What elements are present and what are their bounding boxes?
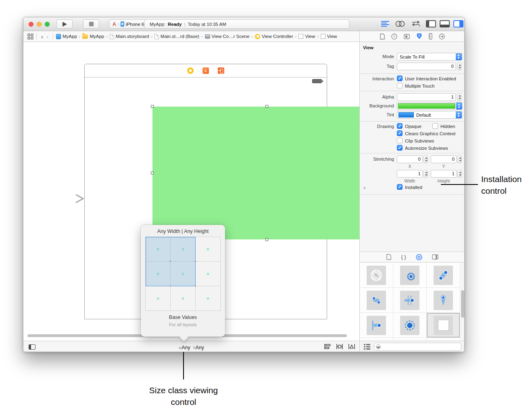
attributes-inspector-tab[interactable] — [416, 33, 422, 40]
background-color-well[interactable] — [397, 102, 462, 110]
resize-handle-top-center[interactable] — [265, 105, 268, 108]
installed-checkbox[interactable]: ✓ — [397, 184, 403, 190]
library-filter-field[interactable] — [374, 343, 461, 351]
close-window-button[interactable] — [29, 22, 33, 27]
stretch-x-stepper[interactable] — [424, 155, 428, 163]
library-item[interactable] — [360, 263, 393, 288]
media-library-tab[interactable] — [432, 254, 438, 260]
size-class-cell[interactable] — [145, 286, 171, 311]
stretch-height-stepper[interactable] — [457, 170, 462, 178]
library-item[interactable] — [360, 288, 393, 313]
selected-green-view[interactable] — [152, 107, 382, 239]
opaque-checkbox[interactable]: ✓ — [397, 123, 403, 129]
run-button[interactable] — [56, 19, 73, 29]
add-variation-button[interactable]: + — [363, 185, 366, 191]
clears-graphics-context-checkbox[interactable]: ✓ — [397, 130, 403, 136]
breadcrumb-subview[interactable]: View — [321, 34, 337, 39]
size-inspector-tab[interactable] — [429, 33, 432, 40]
size-class-cell[interactable] — [170, 237, 196, 262]
toggle-utilities-button[interactable] — [453, 20, 463, 27]
tag-stepper[interactable] — [457, 63, 461, 70]
library-item[interactable] — [393, 338, 427, 341]
multiple-touch-checkbox[interactable]: ✓ — [397, 83, 403, 88]
resize-handle-top-left[interactable] — [151, 105, 154, 108]
alpha-field[interactable]: 1 — [397, 93, 456, 101]
height-axis-label: Height — [431, 178, 457, 183]
mode-popup[interactable]: Scale To Fill — [397, 53, 462, 61]
breadcrumb-view-controller[interactable]: View Controller — [255, 34, 293, 39]
quick-help-tab[interactable]: ? — [391, 34, 397, 40]
library-scrollbar[interactable] — [461, 290, 464, 318]
resize-handle-middle-left[interactable] — [151, 172, 154, 174]
identity-inspector-tab[interactable] — [404, 34, 410, 40]
tag-field[interactable]: 0 — [397, 63, 456, 70]
list-view-toggle-icon[interactable] — [364, 344, 370, 350]
forward-button[interactable]: › — [45, 34, 50, 40]
related-items-icon[interactable] — [27, 34, 33, 40]
stretch-width-field[interactable]: 1 — [397, 170, 423, 178]
stretch-width-stepper[interactable] — [424, 170, 428, 178]
library-item[interactable] — [360, 338, 393, 341]
size-class-cell[interactable] — [170, 261, 196, 286]
library-item[interactable] — [427, 338, 460, 341]
library-item-view-selected[interactable] — [427, 313, 460, 338]
breadcrumb-project[interactable]: MyApp — [56, 34, 77, 39]
minimize-window-button[interactable] — [37, 22, 42, 27]
checkmark-icon: ✓ — [398, 76, 401, 81]
size-class-cell[interactable] — [195, 261, 221, 286]
code-snippet-library-tab[interactable]: { } — [401, 254, 406, 260]
connections-inspector-tab[interactable] — [439, 34, 445, 40]
stop-button[interactable] — [83, 19, 99, 29]
separator — [360, 194, 465, 195]
first-responder-icon[interactable]: 1 — [202, 67, 209, 74]
background-popup-arrows-icon[interactable] — [456, 103, 462, 109]
autoresize-subviews-checkbox[interactable]: ✓ — [397, 145, 403, 151]
stretch-y-stepper[interactable] — [457, 155, 462, 163]
stretch-height-field[interactable]: 1 — [431, 170, 457, 178]
user-interaction-checkbox[interactable]: ✓ — [397, 75, 403, 81]
size-class-cell[interactable] — [145, 261, 171, 286]
library-item[interactable] — [393, 263, 427, 288]
resize-handle-bottom-center[interactable] — [265, 238, 268, 241]
toggle-navigator-button[interactable] — [426, 20, 436, 27]
object-library-tab[interactable] — [416, 254, 422, 260]
view-controller-dock-icon[interactable] — [187, 67, 194, 74]
breadcrumb-scene[interactable]: View Co…r Scene — [205, 34, 250, 39]
library-item[interactable] — [393, 313, 427, 338]
tint-popup[interactable]: Default — [397, 111, 462, 119]
zoom-window-button[interactable] — [45, 22, 50, 27]
size-class-cell[interactable] — [195, 237, 221, 262]
stretch-x-field[interactable]: 0 — [397, 155, 423, 163]
standard-editor-button[interactable] — [381, 21, 390, 27]
file-template-library-tab[interactable] — [386, 254, 391, 260]
resolve-issues-button[interactable] — [348, 344, 355, 350]
breadcrumb-group[interactable]: MyApp — [82, 34, 104, 39]
exit-segue-icon[interactable] — [218, 67, 224, 74]
version-editor-button[interactable] — [411, 20, 421, 27]
stretch-y-field[interactable]: 0 — [431, 155, 457, 163]
assistant-editor-button[interactable] — [395, 21, 405, 27]
stack-button[interactable] — [324, 344, 331, 350]
library-filter-bar — [360, 341, 465, 352]
breadcrumb-view[interactable]: View — [298, 34, 315, 39]
library-item[interactable] — [427, 263, 460, 288]
hidden-checkbox-label: Hidden — [440, 124, 455, 129]
pin-button[interactable] — [336, 344, 343, 350]
library-item[interactable] — [393, 288, 427, 313]
size-class-viewing-control[interactable]: wAnyhAny — [23, 344, 359, 351]
size-class-cell[interactable] — [170, 286, 196, 311]
toggle-debug-area-button[interactable] — [440, 20, 450, 27]
file-inspector-tab[interactable] — [380, 34, 385, 40]
back-button[interactable]: ‹ — [40, 34, 45, 40]
breadcrumb-storyboard-base[interactable]: Main.st…rd (Base) — [154, 34, 199, 39]
library-item[interactable] — [427, 288, 460, 313]
hidden-checkbox[interactable]: ✓ — [432, 123, 438, 129]
size-class-grid[interactable]: + + + + — [146, 237, 221, 311]
breadcrumb-storyboard[interactable]: Main.storyboard — [110, 34, 149, 39]
size-class-cell[interactable] — [145, 237, 171, 262]
storyboard-canvas[interactable]: 1 Any Width | Any Height + + — [23, 42, 359, 352]
clip-subviews-checkbox[interactable]: ✓ — [397, 138, 403, 143]
library-item[interactable] — [360, 313, 393, 338]
size-class-cell[interactable] — [195, 286, 221, 311]
alpha-stepper[interactable] — [457, 93, 461, 101]
